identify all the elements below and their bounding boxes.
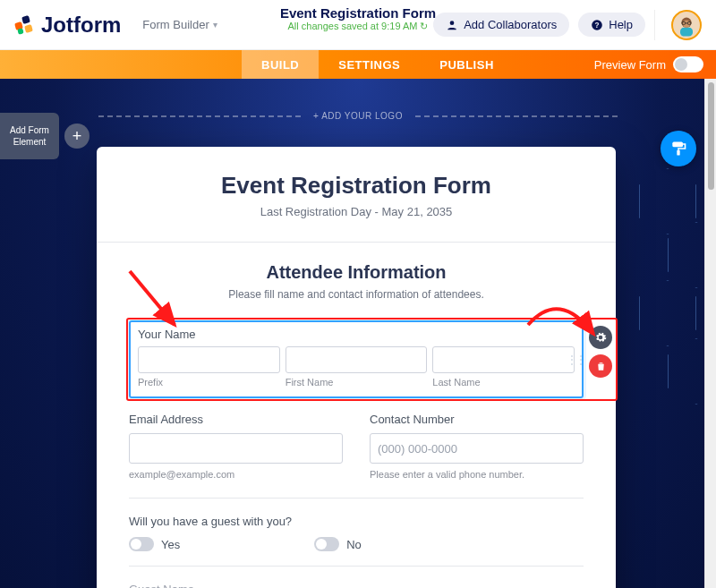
- guest-yes-option[interactable]: Yes: [129, 537, 180, 551]
- refresh-icon[interactable]: ↻: [420, 21, 428, 31]
- scrollbar[interactable]: [704, 79, 716, 588]
- form-subtitle[interactable]: Last Registration Day - May 21, 2035: [129, 205, 584, 218]
- hex-bg-icon: [639, 168, 696, 234]
- paint-roller-icon: [669, 140, 687, 158]
- question-icon: ?: [591, 19, 603, 31]
- section-subtitle[interactable]: Please fill name and contact information…: [129, 288, 584, 301]
- svg-point-10: [683, 20, 690, 27]
- field-settings-button[interactable]: [589, 326, 612, 349]
- header-form-title: Event Registration Form: [280, 5, 436, 21]
- first-name-input[interactable]: [286, 346, 428, 373]
- last-name-sublabel: Last Name: [432, 377, 575, 388]
- logo-dropzone[interactable]: + ADD YOUR LOGO: [98, 111, 618, 121]
- section-title[interactable]: Attendee Information: [129, 262, 584, 283]
- app-header: Jotform Form Builder▾ Event Registration…: [0, 0, 716, 50]
- svg-rect-2: [24, 24, 33, 33]
- svg-rect-14: [672, 142, 683, 148]
- form-card: Event Registration Form Last Registratio…: [97, 147, 616, 588]
- prefix-input[interactable]: [138, 346, 280, 373]
- name-field-label: Your Name: [138, 328, 575, 341]
- svg-text:?: ?: [595, 21, 600, 29]
- avatar-icon: [674, 13, 699, 38]
- builder-nav: BUILD SETTINGS PUBLISH Preview Form: [0, 50, 716, 79]
- logo[interactable]: Jotform: [14, 13, 121, 38]
- email-input[interactable]: [129, 433, 343, 464]
- radio-toggle-icon[interactable]: [129, 537, 154, 551]
- trash-icon: [595, 361, 607, 372]
- drag-handle-icon[interactable]: ⋮⋮: [567, 354, 584, 366]
- scrollbar-thumb[interactable]: [708, 82, 714, 190]
- phone-hint: Please enter a valid phone number.: [370, 469, 584, 480]
- svg-rect-9: [680, 27, 693, 36]
- user-icon: [446, 19, 458, 31]
- svg-point-4: [450, 21, 455, 25]
- email-hint: example@example.com: [129, 469, 343, 480]
- avatar[interactable]: [671, 10, 702, 40]
- svg-rect-15: [677, 150, 679, 156]
- add-form-element-button[interactable]: Add Form Element: [0, 113, 59, 159]
- help-button[interactable]: ? Help: [578, 13, 645, 37]
- prefix-sublabel: Prefix: [138, 377, 280, 388]
- logo-icon: [14, 14, 36, 36]
- guest-no-option[interactable]: No: [314, 537, 362, 551]
- gear-icon: [594, 331, 607, 344]
- first-name-sublabel: First Name: [286, 377, 428, 388]
- add-collaborators-button[interactable]: Add Collaborators: [433, 13, 569, 37]
- hex-bg-icon: [639, 280, 696, 346]
- tab-publish[interactable]: PUBLISH: [420, 50, 514, 79]
- svg-rect-1: [21, 15, 30, 24]
- form-designer-button[interactable]: [661, 131, 696, 166]
- preview-toggle[interactable]: [673, 56, 703, 72]
- guest-question: Will you have a guest with you?: [129, 515, 584, 528]
- phone-input[interactable]: [370, 433, 584, 464]
- divider: [654, 10, 655, 40]
- radio-toggle-icon[interactable]: [314, 537, 339, 551]
- mode-selector[interactable]: Form Builder▾: [142, 18, 217, 31]
- chevron-down-icon: ▾: [213, 20, 217, 30]
- last-name-input[interactable]: [432, 346, 575, 373]
- header-title-block: Event Registration Form All changes save…: [280, 5, 436, 32]
- guest-name-label: Guest Name: [129, 583, 584, 588]
- field-delete-button[interactable]: [589, 354, 612, 378]
- add-element-plus-icon[interactable]: +: [64, 124, 90, 149]
- logo-text: Jotform: [41, 13, 121, 38]
- tab-settings[interactable]: SETTINGS: [319, 50, 420, 79]
- tab-build[interactable]: BUILD: [242, 50, 319, 79]
- preview-label: Preview Form: [594, 58, 666, 72]
- email-label: Email Address: [129, 413, 343, 426]
- form-canvas: Add Form Element + + ADD YOUR LOGO Event…: [0, 79, 716, 588]
- saved-status: All changes saved at 9:19 AM↻: [280, 21, 436, 32]
- add-logo-label: + ADD YOUR LOGO: [301, 111, 415, 121]
- name-field-block[interactable]: Your Name Prefix First Name Last Name: [129, 320, 584, 398]
- phone-label: Contact Number: [370, 413, 584, 426]
- form-title[interactable]: Event Registration Form: [129, 172, 584, 200]
